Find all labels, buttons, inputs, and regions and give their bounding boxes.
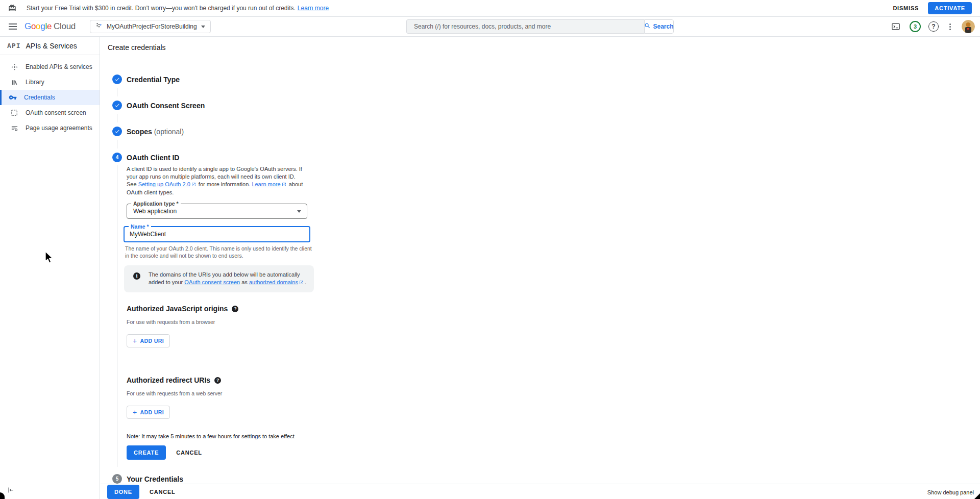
cancel-button[interactable]: CANCEL xyxy=(171,446,207,459)
step-optional-suffix: (optional) xyxy=(154,128,184,136)
collapse-sidebar-icon[interactable] xyxy=(7,486,15,496)
client-name-label: Name * xyxy=(129,224,151,230)
consent-screen-icon xyxy=(10,109,18,117)
cloud-shell-icon[interactable] xyxy=(890,20,902,33)
search-button-label: Search xyxy=(653,23,673,30)
sidebar-item-label: Library xyxy=(26,79,44,86)
help-icon[interactable]: ? xyxy=(928,21,939,32)
external-link-icon xyxy=(282,181,286,189)
step-number-icon: 5 xyxy=(112,474,122,484)
step-consent-screen: OAuth Consent Screen xyxy=(108,101,980,110)
sidebar-header: API APIs & Services xyxy=(0,37,100,55)
add-redirect-uri-button[interactable]: + ADD URI xyxy=(127,406,170,419)
logo-letter: e xyxy=(47,21,52,31)
search-input[interactable] xyxy=(406,19,644,34)
redirect-uris-help-icon[interactable]: ? xyxy=(214,377,221,384)
activate-button[interactable]: ACTIVATE xyxy=(928,2,972,14)
sidebar-item-label: OAuth consent screen xyxy=(26,109,86,116)
js-origins-section: Authorized JavaScript origins ? xyxy=(127,305,331,313)
js-origins-subtitle: For use with requests from a browser xyxy=(127,319,331,325)
redirect-uris-section: Authorized redirect URIs ? xyxy=(127,376,331,384)
step-number-icon: 4 xyxy=(112,153,122,162)
step-connector xyxy=(117,114,117,122)
external-link-icon xyxy=(299,279,304,287)
more-options-icon[interactable] xyxy=(946,22,954,31)
domains-info-box: i The domains of the URIs you add below … xyxy=(124,265,314,292)
js-origins-help-icon[interactable]: ? xyxy=(232,306,238,312)
footer-cancel-button[interactable]: CANCEL xyxy=(144,486,181,498)
done-button[interactable]: DONE xyxy=(107,485,139,499)
search-icon xyxy=(644,22,651,31)
logo-cloud-text: Cloud xyxy=(54,21,76,31)
page-title: Create credentials xyxy=(108,43,980,52)
library-icon xyxy=(10,78,18,86)
step-done-icon xyxy=(112,101,122,110)
api-logo: API xyxy=(7,42,20,49)
application-type-value: Web application xyxy=(127,208,177,215)
sidebar-item-library[interactable]: Library xyxy=(0,74,100,90)
avatar[interactable] xyxy=(962,20,975,33)
project-icon xyxy=(95,22,103,31)
enabled-apis-icon xyxy=(10,63,18,71)
oauth-consent-screen-link[interactable]: OAuth consent screen xyxy=(184,279,240,285)
menu-icon[interactable] xyxy=(7,21,18,32)
authorized-domains-link[interactable]: authorized domains xyxy=(249,279,298,285)
key-icon xyxy=(9,93,17,102)
info-icon: i xyxy=(133,272,140,280)
google-cloud-logo[interactable]: GoogleCloud xyxy=(24,21,76,32)
step-label: Scopes (optional) xyxy=(127,128,184,136)
show-debug-panel[interactable]: Show debug panel xyxy=(927,489,974,495)
client-name-helper: The name of your OAuth 2.0 client. This … xyxy=(125,245,315,259)
search-button[interactable]: Search xyxy=(644,19,674,34)
external-link-icon xyxy=(191,181,196,189)
gift-icon xyxy=(8,4,16,12)
chevron-down-icon xyxy=(201,26,205,28)
client-name-input[interactable] xyxy=(125,231,291,238)
plus-icon: + xyxy=(133,338,137,343)
step-label: OAuth Consent Screen xyxy=(127,102,205,110)
app-header: GoogleCloud MyOAuthProjectForStoreBuildi… xyxy=(0,17,980,37)
dismiss-button[interactable]: DISMISS xyxy=(888,2,924,14)
logo-letter: G xyxy=(24,21,31,31)
sidebar-item-label: Enabled APIs & services xyxy=(26,63,92,70)
learn-more-oauth-link[interactable]: Learn more xyxy=(252,181,280,187)
chevron-down-icon xyxy=(297,210,301,213)
create-button[interactable]: CREATE xyxy=(127,445,166,460)
step-credential-type: Credential Type xyxy=(108,74,980,84)
application-type-label: Application type * xyxy=(131,201,181,207)
sidebar-nav: Enabled APIs & services Library Credenti… xyxy=(0,59,100,136)
step-your-credentials: 5 Your Credentials xyxy=(108,474,980,484)
oauth-client-form: A client ID is used to identify a single… xyxy=(117,165,331,467)
logo-letter: o xyxy=(36,21,40,31)
add-js-origin-uri-button[interactable]: + ADD URI xyxy=(127,334,170,347)
client-name-field: Name * xyxy=(124,226,310,242)
sidebar-item-oauth-consent[interactable]: OAuth consent screen xyxy=(0,105,100,120)
step-label: Credential Type xyxy=(127,76,180,84)
step-connector xyxy=(117,88,117,96)
sidebar-item-page-usage[interactable]: Page usage agreements xyxy=(0,120,100,136)
js-origins-title: Authorized JavaScript origins xyxy=(127,305,228,313)
sidebar-item-enabled-apis[interactable]: Enabled APIs & services xyxy=(0,59,100,74)
redirect-uris-title: Authorized redirect URIs xyxy=(127,376,210,384)
agreements-icon xyxy=(10,124,18,132)
project-selector[interactable]: MyOAuthProjectForStoreBuilding xyxy=(90,20,211,33)
stepper: Credential Type OAuth Consent Screen Sco… xyxy=(108,74,980,484)
main-content: Create credentials Credential Type OAuth… xyxy=(101,37,980,484)
application-type-select[interactable]: Application type * Web application xyxy=(127,204,307,219)
setting-up-oauth-link[interactable]: Setting up OAuth 2.0 xyxy=(138,181,190,187)
step-oauth-client-id: 4 OAuth Client ID xyxy=(108,153,980,162)
debug-corner-handle[interactable] xyxy=(974,493,980,499)
sidebar-title: APIs & Services xyxy=(26,42,77,50)
learn-more-link[interactable]: Learn more xyxy=(298,5,329,12)
step-done-icon xyxy=(112,74,122,84)
sidebar: API APIs & Services Enabled APIs & servi… xyxy=(0,37,100,499)
sidebar-item-label: Credentials xyxy=(24,94,55,101)
sidebar-item-credentials[interactable]: Credentials xyxy=(0,90,100,105)
notifications-badge[interactable]: 3 xyxy=(910,21,921,32)
plus-icon: + xyxy=(133,410,137,415)
trial-banner: Start your Free Trial with $300 in credi… xyxy=(0,0,980,17)
footer-bar: DONE CANCEL xyxy=(101,484,980,499)
step-label: OAuth Client ID xyxy=(127,154,179,162)
oauth-description: A client ID is used to identify a single… xyxy=(127,165,306,196)
step-connector xyxy=(117,140,117,148)
